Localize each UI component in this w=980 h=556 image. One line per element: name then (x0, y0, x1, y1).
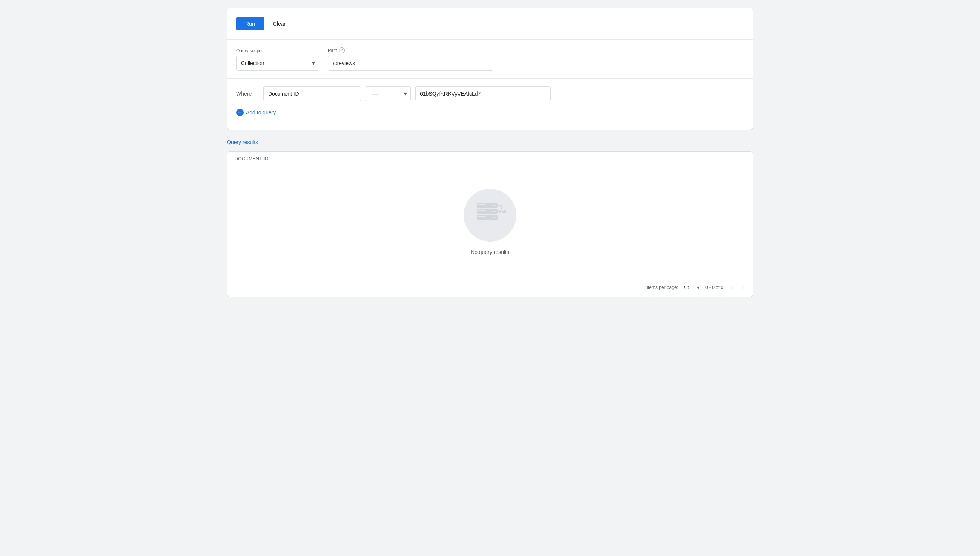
query-scope-select[interactable]: Collection Collection group (236, 56, 319, 71)
query-scope-field-group: Query scope Collection Collection group … (236, 48, 319, 71)
path-label-group: Path ? (328, 47, 493, 53)
operator-select[interactable]: == != < <= > >= array-contains in not-in (366, 86, 411, 101)
where-field-input[interactable] (263, 86, 361, 101)
query-scope-section: Query scope Collection Collection group … (227, 40, 753, 79)
path-label: Path (328, 48, 337, 53)
svg-rect-17 (500, 212, 503, 213)
main-container: Run Clear Query scope Collection Collect… (227, 8, 753, 297)
query-scope-label: Query scope (236, 48, 319, 53)
pagination-range-text: 0 - 0 of 0 (706, 285, 723, 290)
pagination-prev-button[interactable]: ‹ (729, 283, 734, 292)
database-icon (473, 200, 507, 230)
run-button[interactable]: Run (236, 17, 264, 31)
svg-rect-16 (500, 210, 504, 211)
items-per-page-select-wrapper: 10 25 50 100 ▾ (684, 284, 700, 291)
where-section: Where == != < <= > >= array-contains in … (236, 79, 744, 121)
svg-point-10 (494, 217, 496, 218)
empty-state-icon-circle (464, 189, 516, 241)
svg-point-7 (492, 211, 493, 212)
results-card: Document ID (227, 151, 753, 297)
svg-point-11 (492, 217, 493, 218)
where-value-input[interactable] (415, 86, 551, 101)
query-scope-select-wrapper: Collection Collection group ▾ (236, 56, 319, 71)
query-results-title: Query results (227, 139, 753, 145)
results-footer: Items per page: 10 25 50 100 ▾ 0 - 0 of … (227, 278, 753, 297)
query-results-section: Query results Document ID (227, 139, 753, 297)
pagination-next-button[interactable]: › (740, 283, 745, 292)
svg-rect-1 (478, 204, 486, 205)
add-icon: + (236, 109, 244, 116)
svg-point-2 (494, 205, 496, 206)
operator-select-wrapper: == != < <= > >= array-contains in not-in… (366, 86, 411, 101)
path-input[interactable] (328, 56, 493, 71)
results-header: Document ID (227, 152, 753, 166)
no-results-text: No query results (471, 249, 509, 255)
where-label: Where (236, 91, 259, 97)
path-field-group: Path ? (328, 47, 493, 71)
add-to-query-label: Add to query (246, 110, 276, 115)
add-to-query-button[interactable]: + Add to query (236, 107, 276, 118)
svg-point-6 (494, 211, 496, 212)
path-help-icon[interactable]: ? (339, 47, 345, 53)
items-per-page-select[interactable]: 10 25 50 100 (684, 285, 700, 291)
document-id-column-header: Document ID (235, 156, 269, 162)
clear-button[interactable]: Clear (270, 17, 289, 31)
svg-rect-5 (478, 210, 486, 212)
svg-rect-15 (500, 210, 506, 213)
svg-point-3 (492, 205, 493, 206)
items-per-page-label: Items per page: (647, 285, 678, 290)
svg-rect-9 (478, 216, 486, 217)
where-row: Where == != < <= > >= array-contains in … (236, 86, 744, 101)
query-builder-card: Run Clear Query scope Collection Collect… (227, 8, 753, 130)
results-empty-state: No query results (227, 166, 753, 278)
toolbar: Run Clear (236, 17, 744, 31)
